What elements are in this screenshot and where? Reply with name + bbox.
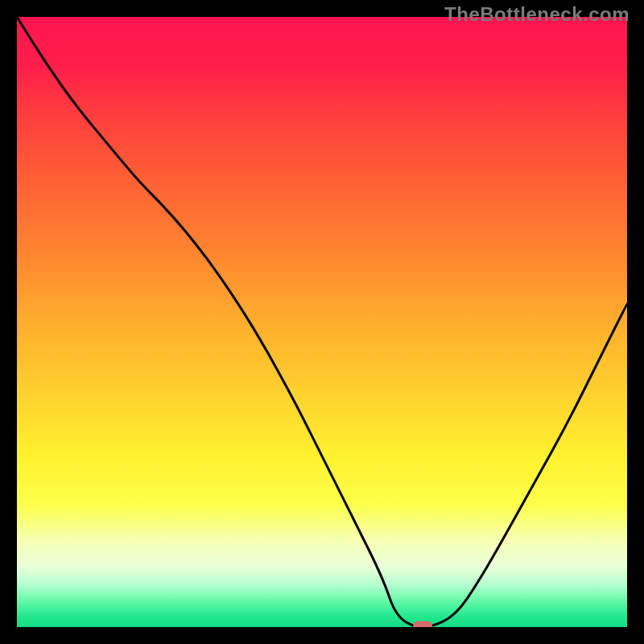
bottleneck-curve: [17, 17, 627, 627]
watermark-text: TheBottleneck.com: [444, 3, 630, 26]
plot-area: [17, 17, 627, 627]
optimal-point-marker: [413, 621, 432, 628]
curve-layer: [17, 17, 627, 627]
chart-container: TheBottleneck.com: [0, 0, 644, 644]
